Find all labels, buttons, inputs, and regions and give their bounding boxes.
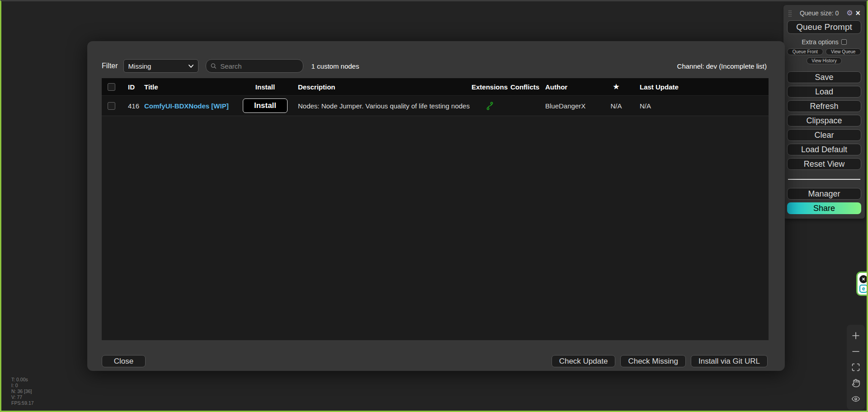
queue-size-label: Queue size: 0 — [792, 9, 846, 17]
blocker-x-icon[interactable]: × — [859, 275, 868, 283]
eye-icon[interactable] — [851, 394, 861, 404]
fit-view-icon[interactable] — [851, 362, 861, 372]
close-button[interactable]: Close — [102, 355, 146, 367]
git-branch-icon[interactable] — [486, 102, 494, 110]
queue-menu-panel: Queue size: 0 ⚙ × Queue Prompt Extra opt… — [783, 5, 865, 219]
row-install-button[interactable]: Install — [243, 98, 288, 113]
stat-fps: FPS:59.17 — [11, 400, 34, 406]
share-button[interactable]: Share — [787, 202, 861, 214]
search-input[interactable] — [219, 62, 298, 70]
load-default-button[interactable]: Load Default — [787, 144, 861, 155]
filter-select-value: Missing — [128, 62, 151, 70]
filter-select[interactable]: Missing — [123, 59, 198, 73]
channel-label: Channel: dev (Incomplete list) — [677, 62, 767, 70]
clipspace-button[interactable]: Clipspace — [787, 115, 861, 126]
row-title-link[interactable]: ComfyUI-BDXNodes [WIP] — [144, 102, 229, 110]
stat-vram: V: 77 — [11, 394, 34, 400]
column-header-conflicts: Conflicts — [509, 78, 541, 95]
reset-view-button[interactable]: Reset View — [787, 158, 861, 170]
install-via-git-url-button[interactable]: Install via Git URL — [691, 355, 768, 367]
pan-hand-icon[interactable] — [851, 378, 861, 388]
row-description: Nodes: Node Jumper. Various quality of l… — [292, 96, 471, 116]
eset-e-icon[interactable]: e — [859, 285, 868, 293]
row-last-update: N/A — [633, 96, 769, 116]
zoom-out-icon[interactable] — [851, 346, 861, 356]
column-header-extensions: Extensions — [471, 78, 509, 95]
stat-iterations: I: 0 — [11, 383, 34, 389]
check-missing-button[interactable]: Check Missing — [620, 355, 686, 367]
row-author: BlueDangerX — [541, 96, 599, 116]
row-id: 416 — [122, 96, 142, 116]
queue-front-button[interactable]: Queue Front — [787, 48, 823, 55]
custom-nodes-count: 1 custom nodes — [311, 62, 359, 70]
row-star: N/A — [599, 96, 633, 116]
column-header-star: ★ — [599, 78, 633, 95]
column-header-last-update: Last Update — [633, 78, 769, 95]
canvas-stats: T: 0.00s I: 0 N: 36 [36] V: 77 FPS:59.17 — [11, 377, 34, 406]
table-row: 416 ComfyUI-BDXNodes [WIP] Install Nodes… — [102, 95, 769, 116]
browser-extension-widget: × e — [856, 272, 868, 296]
clear-button[interactable]: Clear — [787, 129, 861, 141]
drag-handle-icon[interactable] — [788, 10, 792, 17]
column-header-description: Description — [292, 78, 471, 95]
column-header-title: Title — [142, 78, 238, 95]
row-checkbox[interactable] — [108, 102, 115, 110]
column-header-author: Author — [541, 78, 599, 95]
view-history-button[interactable]: View History — [807, 57, 842, 64]
check-update-button[interactable]: Check Update — [552, 355, 616, 367]
chevron-down-icon — [189, 65, 193, 68]
save-button[interactable]: Save — [787, 71, 861, 83]
graph-canvas[interactable]: Queue size: 0 ⚙ × Queue Prompt Extra opt… — [0, 0, 868, 412]
extra-options-checkbox[interactable] — [841, 39, 847, 45]
column-header-install: Install — [238, 78, 292, 95]
table-header-row: ID Title Install Description Extensions … — [102, 78, 769, 95]
manager-button[interactable]: Manager — [787, 188, 861, 200]
menu-divider — [788, 179, 860, 180]
filter-label: Filter — [102, 62, 118, 70]
settings-gear-icon[interactable]: ⚙ — [846, 9, 853, 17]
queue-prompt-button[interactable]: Queue Prompt — [787, 20, 861, 34]
select-all-checkbox[interactable] — [108, 83, 115, 91]
search-icon — [211, 63, 217, 69]
custom-nodes-dialog: Filter Missing 1 custom nodes Channel: d… — [87, 41, 785, 371]
stat-nodes: N: 36 [36] — [11, 389, 34, 394]
custom-nodes-table: ID Title Install Description Extensions … — [102, 78, 769, 340]
column-header-id: ID — [122, 78, 142, 95]
canvas-view-toolbar — [847, 325, 865, 410]
zoom-in-icon[interactable] — [851, 331, 861, 341]
stat-time: T: 0.00s — [11, 377, 34, 383]
view-queue-button[interactable]: View Queue — [826, 48, 862, 55]
refresh-button[interactable]: Refresh — [787, 100, 861, 112]
extra-options-label: Extra options — [802, 38, 839, 46]
row-conflicts — [509, 96, 541, 116]
menu-close-icon[interactable]: × — [855, 10, 860, 16]
load-button[interactable]: Load — [787, 86, 861, 98]
search-box — [206, 59, 303, 73]
